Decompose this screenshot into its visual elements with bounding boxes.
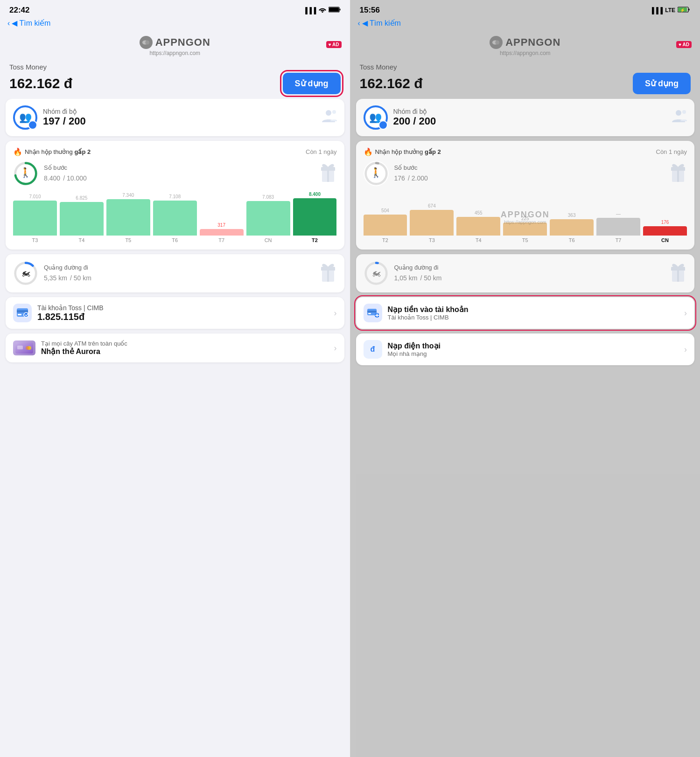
svg-rect-50 [671, 269, 685, 271]
group-count-left: 197 / 200 [43, 115, 86, 127]
group-icon-wrap-right: 👥 [364, 105, 388, 130]
group-label-right: Nhóm đi bộ [393, 108, 436, 115]
steps-label-right: Số bước [394, 164, 428, 171]
watermark-left: APPNGON https://appngon.com [0, 31, 350, 59]
account-icon-left [13, 304, 32, 322]
svg-point-4 [145, 41, 149, 45]
group-left: 👥 Nhóm đi bộ 197 / 200 [13, 105, 86, 130]
dist-label-right: Quảng đường đi [394, 264, 442, 271]
fire-icon-right: 🔥 [364, 147, 373, 156]
svg-point-5 [326, 110, 331, 116]
steps-badge-right: 🔥 Nhận hộp thưởng gấp 2 [364, 147, 441, 156]
header-right: Toss Money 162.162 đ Sử dụng [350, 59, 700, 99]
status-bar-left: 22:42 ▐▐▐ [0, 0, 350, 17]
atm-desc-left: Tại mọi cây ATM trên toàn quốc [41, 340, 127, 347]
bar-col-0-left: 7.010 T3 [13, 192, 57, 243]
svg-text:🚶: 🚶 [370, 167, 382, 179]
svg-point-6 [332, 110, 336, 114]
back-button-right[interactable]: ‹ ◀ Tìm kiếm [358, 19, 401, 28]
svg-point-35 [676, 110, 681, 116]
svg-text:⚡: ⚡ [680, 7, 686, 13]
nap-tien-sub: Tài khoản Toss | CIMB [388, 314, 469, 321]
use-button-left[interactable]: Sử dụng [283, 73, 341, 94]
steps-left-left: 🚶 Số bước 8.400 / 10.000 [13, 161, 87, 186]
bar-col-6-left: 8.400 T2 [293, 192, 337, 243]
left-panel: 22:42 ▐▐▐ ‹ ◀ Tìm kiếm APPNGON https://a… [0, 0, 350, 757]
nap-dien-title: Nạp điện thoại [388, 341, 441, 350]
group-count-right: 200 / 200 [393, 115, 436, 127]
balance-row-left: 162.162 đ Sử dụng [9, 73, 341, 94]
time-left: 22:42 [9, 6, 29, 15]
steps-card-left: 🔥 Nhận hộp thưởng gấp 2 Còn 1 ngày 🚶 [6, 141, 344, 250]
balance-amount-right: 162.162 đ [360, 76, 423, 91]
bar-col-4-right: 363 T6 [550, 192, 594, 243]
svg-point-34 [495, 41, 499, 45]
svg-rect-22 [17, 310, 28, 313]
wifi-icon-left [319, 7, 326, 14]
gift-icon-dist-left [319, 262, 337, 285]
svg-text:🏍: 🏍 [371, 267, 381, 278]
steps-body-right: 🚶 Số bước 176 / 2.000 [364, 161, 687, 186]
dist-label-left: Quảng đường đi [44, 264, 91, 271]
atm-card-left[interactable]: Tại mọi cây ATM trên toàn quốc Nhận thẻ … [6, 333, 344, 362]
distance-card-left: 🏍 Quảng đường đi 5,35 km / 50 km [6, 254, 344, 292]
account-name-left: Tài khoản Toss | CIMB [37, 304, 104, 312]
step-circle-left: 🚶 [13, 161, 38, 186]
distance-card-right: 🏍 Quảng đường đi 1,05 km / 50 km [356, 254, 695, 292]
svg-rect-1 [329, 7, 339, 12]
group-label-left: Nhóm đi bộ [43, 108, 86, 115]
bar-col-3-right: 225 T5 [503, 192, 547, 243]
bar-col-5-right: — T7 [596, 192, 640, 243]
balance-row-right: 162.162 đ Sử dụng [360, 73, 691, 94]
dist-count-right: 1,05 km / 50 km [394, 271, 442, 283]
watermark-text-right: APPNGON [505, 36, 560, 49]
watermark-logo-right: APPNGON [490, 36, 560, 49]
atm-title-left: Nhận thẻ Aurora [41, 347, 127, 356]
svg-rect-43 [671, 169, 685, 171]
group-people-icon-right: 👥 [369, 111, 382, 124]
ad-badge-left: ♥ AD [326, 41, 342, 48]
back-label-left[interactable]: ◀ Tìm kiếm [12, 19, 50, 28]
logo-icon-right [490, 36, 503, 49]
group-left-right: 👥 Nhóm đi bộ 200 / 200 [364, 105, 436, 130]
bar-col-6-right: 176 CN [643, 192, 687, 243]
nap-tien-card[interactable]: Nạp tiền vào tài khoản Tài khoản Toss | … [356, 297, 695, 329]
nap-dien-chevron: › [684, 345, 687, 354]
svg-point-36 [682, 110, 686, 114]
steps-badge-text-right: Nhận hộp thưởng gấp 2 [375, 148, 441, 155]
steps-label-left: Số bước [44, 164, 87, 171]
svg-rect-13 [321, 169, 335, 171]
content-left: 👥 Nhóm đi bộ 197 / 200 🔥 Nhận hộp thưởng… [0, 99, 350, 757]
svg-rect-52 [367, 311, 377, 313]
bar-col-1-left: 6.825 T4 [60, 192, 104, 243]
bar-col-1-right: 674 T3 [410, 192, 454, 243]
balance-amount-left: 162.162 đ [9, 76, 72, 91]
steps-header-left: 🔥 Nhận hộp thưởng gấp 2 Còn 1 ngày [13, 147, 337, 156]
dist-info-right: Quảng đường đi 1,05 km / 50 km [394, 264, 442, 283]
back-label-right[interactable]: ◀ Tìm kiếm [362, 19, 401, 28]
ad-heart-left: ♥ [329, 42, 331, 47]
nap-dien-icon: đ [364, 340, 382, 359]
steps-info-right: Số bước 176 / 2.000 [394, 164, 428, 183]
nav-bar-right: ‹ ◀ Tìm kiếm [350, 17, 700, 31]
bar-chart-left: 7.010 T3 6.825 T4 7.340 T5 7.108 [13, 192, 337, 243]
nap-dien-card[interactable]: đ Nạp điện thoại Mọi nhà mạng › [356, 333, 695, 365]
use-button-right[interactable]: Sử dụng [633, 73, 691, 94]
account-chevron-left: › [334, 308, 337, 318]
bar-col-2-left: 7.340 T5 [106, 192, 150, 243]
account-card-left[interactable]: Tài khoản Toss | CIMB 1.825.115đ › [6, 297, 344, 329]
svg-point-24 [24, 313, 28, 317]
right-content-wrapper: 15:56 ▐▐▐ LTE ⚡ ‹ ◀ Tìm kiếm APPNGON [350, 0, 700, 757]
nap-dien-left: đ Nạp điện thoại Mọi nhà mạng [364, 340, 441, 359]
watermark-logo-left: APPNGON [140, 36, 210, 49]
dist-circle-right: 🏍 [364, 261, 389, 286]
steps-count-left: 8.400 / 10.000 [44, 171, 87, 183]
watermark-text-left: APPNGON [155, 36, 210, 49]
back-button-left[interactable]: ‹ ◀ Tìm kiếm [7, 19, 50, 28]
steps-badge-text-left: Nhận hộp thưởng gấp 2 [25, 148, 91, 155]
header-left: Toss Money 162.162 đ Sử dụng [0, 59, 350, 99]
steps-card-right: 🔥 Nhận hộp thưởng gấp 2 Còn 1 ngày 🚶 [356, 141, 695, 250]
group-right-left [320, 108, 337, 127]
status-icons-right: ▐▐▐ LTE ⚡ [650, 7, 691, 14]
watermark-url-right: https://appngon.com [500, 50, 551, 56]
